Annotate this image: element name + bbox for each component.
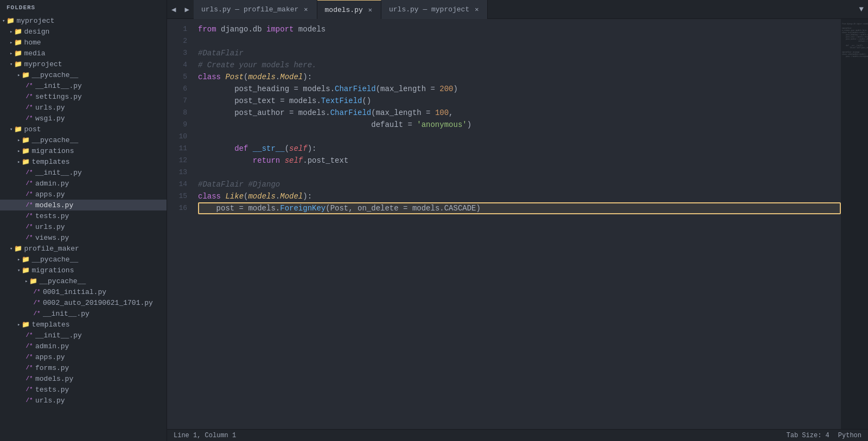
sidebar-item-myproject-sub[interactable]: ▾📁myproject: [0, 59, 167, 69]
tab-tab-urls-profile[interactable]: urls.py — profile_maker✕: [194, 0, 317, 19]
sidebar-item-label: myproject: [24, 60, 62, 68]
file-icon: /*: [25, 233, 34, 242]
sidebar-item-pycache4[interactable]: ▸📁__pycache__: [0, 276, 167, 286]
sidebar-item-templates2[interactable]: ▸📁templates: [0, 319, 167, 330]
sidebar-item-tests2[interactable]: /*tests.py: [0, 384, 167, 395]
sidebar-item-init2[interactable]: /*__init__.py: [0, 167, 167, 178]
tab-nav-next[interactable]: ▶: [180, 0, 193, 18]
chevron-icon: ▸: [17, 148, 20, 154]
sidebar-item-label: apps.py: [35, 190, 65, 199]
chevron-icon: ▾: [10, 61, 12, 67]
sidebar-item-tests[interactable]: /*tests.py: [0, 210, 167, 221]
sidebar-item-urls2[interactable]: /*urls.py: [0, 395, 167, 406]
sidebar-item-init3[interactable]: /*__init__.py: [0, 308, 167, 319]
code-content[interactable]: from django.db import models #DataFlair#…: [192, 19, 841, 429]
code-line-6: post_heading = models.CharField(max_leng…: [198, 83, 841, 95]
sidebar-item-media[interactable]: ▸📁media: [0, 48, 167, 59]
sidebar-item-label: admin.py: [35, 342, 69, 350]
folder-icon: 📁: [14, 125, 22, 133]
sidebar-item-label: __pycache__: [39, 277, 86, 285]
tab-size: Tab Size: 4: [787, 432, 829, 439]
file-icon: /*: [25, 396, 34, 405]
chevron-icon: ▾: [10, 246, 12, 252]
tab-nav-prev[interactable]: ◀: [167, 0, 180, 18]
chevron-icon: ▸: [17, 72, 20, 78]
code-line-5: class Post(models.Model):: [198, 71, 841, 83]
file-icon: /*: [25, 374, 34, 383]
folder-icon: 📁: [21, 71, 30, 79]
sidebar-item-label: models.py: [35, 201, 73, 209]
sidebar-item-label: settings.py: [35, 93, 82, 101]
sidebar-item-urls-myproject[interactable]: /*urls.py: [0, 102, 167, 113]
sidebar-item-templates1[interactable]: ▸📁templates: [0, 156, 167, 167]
sidebar-item-admin2[interactable]: /*admin.py: [0, 341, 167, 351]
folder-icon: 📁: [21, 255, 30, 264]
sidebar-item-profile_maker[interactable]: ▾📁profile_maker: [0, 243, 167, 254]
sidebar-header: FOLDERS: [0, 0, 167, 15]
sidebar-item-design[interactable]: ▸📁design: [0, 26, 167, 37]
folder-icon: 📁: [21, 266, 30, 274]
tab-close-icon[interactable]: ✕: [474, 4, 480, 15]
sidebar-item-models2[interactable]: /*models.py: [0, 373, 167, 384]
sidebar-item-home[interactable]: ▸📁home: [0, 37, 167, 48]
file-icon: /*: [25, 353, 34, 361]
sidebar-item-admin[interactable]: /*admin.py: [0, 178, 167, 189]
cursor-position: Line 1, Column 1: [174, 432, 236, 439]
sidebar-item-pycache2[interactable]: ▸📁__pycache__: [0, 135, 167, 145]
tab-close-icon[interactable]: ✕: [367, 5, 373, 15]
sidebar-item-label: tests.py: [35, 212, 69, 220]
sidebar-item-migrations[interactable]: ▸📁migrations: [0, 145, 167, 156]
sidebar-item-wsgi[interactable]: /*wsgi.py: [0, 113, 167, 124]
sidebar-item-models[interactable]: /*models.py: [0, 200, 167, 210]
tab-close-icon[interactable]: ✕: [303, 4, 309, 15]
sidebar-item-views[interactable]: /*views.py: [0, 232, 167, 243]
sidebar-item-label: __pycache__: [31, 71, 78, 79]
editor-panel: ◀ ▶ urls.py — profile_maker✕models.py✕ur…: [167, 0, 868, 441]
main-layout: FOLDERS ▾📁myproject▸📁design▸📁home▸📁media…: [0, 0, 868, 441]
file-icon: /*: [25, 103, 34, 112]
sidebar: FOLDERS ▾📁myproject▸📁design▸📁home▸📁media…: [0, 0, 167, 441]
minimap: from django.db import models #DataFlair …: [841, 19, 868, 429]
sidebar-item-init1[interactable]: /*__init__.py: [0, 80, 167, 91]
editor-area[interactable]: 12345678910111213141516 from django.db i…: [167, 19, 841, 429]
sidebar-item-label: wsgi.py: [35, 114, 65, 123]
sidebar-item-label: __init__.py: [35, 169, 82, 177]
code-line-3: #DataFlair: [198, 47, 841, 59]
folder-icon: 📁: [14, 244, 22, 253]
sidebar-item-label: templates: [31, 321, 69, 329]
sidebar-item-label: __init__.py: [35, 331, 82, 340]
folder-icon: 📁: [14, 49, 22, 57]
sidebar-item-pycache1[interactable]: ▸📁__pycache__: [0, 69, 167, 80]
sidebar-item-migrations2[interactable]: ▾📁migrations: [0, 265, 167, 276]
sidebar-item-0001_initial[interactable]: /*0001_initial.py: [0, 286, 167, 297]
tab-tab-urls-myproject[interactable]: urls.py — myproject✕: [381, 0, 488, 19]
folder-icon: 📁: [14, 60, 22, 68]
sidebar-item-label: __pycache__: [31, 136, 78, 144]
chevron-icon: ▸: [10, 40, 12, 46]
code-line-10: [198, 131, 841, 143]
sidebar-item-post[interactable]: ▾📁post: [0, 124, 167, 135]
line-numbers: 12345678910111213141516: [167, 19, 192, 429]
sidebar-item-init4[interactable]: /*__init__.py: [0, 330, 167, 341]
code-line-9: default = 'anonymous'): [198, 119, 841, 131]
sidebar-item-apps2[interactable]: /*apps.py: [0, 351, 167, 362]
sidebar-item-urls-post[interactable]: /*urls.py: [0, 221, 167, 232]
sidebar-item-myproject-root[interactable]: ▾📁myproject: [0, 15, 167, 26]
status-right: Tab Size: 4 Python: [787, 432, 861, 439]
sidebar-item-label: models.py: [35, 375, 73, 383]
sidebar-item-label: 0001_initial.py: [43, 288, 106, 296]
chevron-icon: ▾: [2, 18, 5, 24]
sidebar-item-settings[interactable]: /*settings.py: [0, 91, 167, 102]
sidebar-item-apps[interactable]: /*apps.py: [0, 189, 167, 200]
tab-tab-models[interactable]: models.py✕: [317, 0, 381, 19]
folder-icon: 📁: [29, 277, 37, 285]
sidebar-item-pycache3[interactable]: ▸📁__pycache__: [0, 254, 167, 265]
file-icon: /*: [25, 179, 34, 188]
sidebar-item-0002_auto[interactable]: /*0002_auto_20190621_1701.py: [0, 297, 167, 308]
chevron-icon: ▾: [17, 267, 20, 273]
tabs-bar: ◀ ▶ urls.py — profile_maker✕models.py✕ur…: [167, 0, 868, 19]
folder-icon: 📁: [6, 16, 15, 25]
dropdown-arrow-icon[interactable]: ▼: [859, 5, 864, 14]
sidebar-item-forms[interactable]: /*forms.py: [0, 362, 167, 373]
code-line-14: #DataFlair #Django: [198, 178, 841, 190]
